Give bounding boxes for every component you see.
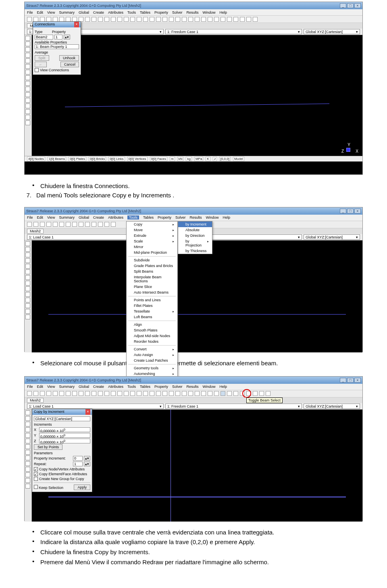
min-button[interactable]: _ [340,3,346,8]
freedom-combo[interactable]: 1: Freedom Case 1▾ [165,29,302,34]
toolbar-icon[interactable] [66,17,71,22]
canvas[interactable]: Copy Move Extrude Scale Mirror Mid-plane… [32,240,362,352]
dialog-titlebar[interactable]: Connections × [33,22,81,27]
menu-tables[interactable]: Tables [143,215,154,219]
menu-item[interactable]: Reorder Nodes [127,339,177,344]
toolbar-icon[interactable] [150,17,154,22]
toolbar-icon[interactable] [156,391,161,396]
tab-mesh2[interactable]: Mesh2 [27,398,44,403]
checkbox-icon[interactable]: ✓ [34,472,38,476]
checkbox-icon[interactable]: ✓ [34,467,38,471]
menu-window[interactable]: Window [203,385,216,389]
spin-icon[interactable]: ▴▾ [84,456,90,461]
toolbar-icon[interactable] [208,17,212,22]
menu-item[interactable]: Plane Slice [127,284,177,290]
side-icon[interactable] [25,286,30,291]
checkbox-icon[interactable] [34,485,38,489]
toolbar-icon[interactable] [46,391,51,396]
menu-item[interactable]: Loft Beams [127,314,177,320]
checkbox-icon[interactable] [35,68,39,72]
menu-property[interactable]: Property [154,385,168,389]
toolbar-icon[interactable] [40,222,45,227]
menu-solver[interactable]: Solver [172,385,183,389]
menu-create[interactable]: Create [93,215,104,219]
split-button[interactable]: Split [35,55,49,61]
menu-summary[interactable]: Summary [59,215,75,219]
menu-item[interactable]: Fillet Plates [127,303,177,308]
side-icon[interactable] [25,64,30,69]
menu-summary[interactable]: Summary [59,10,75,14]
side-icon[interactable] [25,416,30,421]
tools-dropdown[interactable]: Copy Move Extrude Scale Mirror Mid-plane… [126,221,178,390]
prop-input[interactable]: 1 [54,35,62,39]
toolbar-icon[interactable] [150,391,154,396]
toolbar-icon[interactable] [233,17,238,22]
menu-item[interactable]: Interpolate Beam Sections [127,274,177,284]
toolbar-icon[interactable] [143,391,148,396]
toolbar-icon[interactable] [72,222,77,227]
toolbar-icon[interactable] [27,222,32,227]
menu-item[interactable]: Smooth Plates [127,327,177,333]
side-icon[interactable] [25,298,30,302]
toolbar-icon[interactable] [53,222,58,227]
toolbar-beam-select-icon[interactable] [221,391,225,396]
menu-window[interactable]: Window [206,215,219,219]
side-icon[interactable] [25,109,30,114]
menu-results[interactable]: Results [190,215,202,219]
min-button[interactable]: _ [340,378,346,383]
canvas[interactable]: Y Z X Connections × TypeProperty Beam21▴… [32,35,362,156]
side-icon[interactable] [25,81,30,86]
toolbar-icon[interactable] [85,391,90,396]
toolbar-icon[interactable] [79,391,83,396]
canvas[interactable]: Copy by Increment × Global XYZ:[Cartesia… [32,410,362,522]
toolbar-icon[interactable] [195,17,200,22]
toolbar-icon[interactable] [98,17,103,22]
menubar[interactable]: File Edit View Summary Global Create Att… [25,9,362,16]
side-icon[interactable] [25,292,30,297]
toolbar-icon[interactable] [59,222,64,227]
menu-global[interactable]: Global [79,385,89,389]
beam-element[interactable] [48,497,346,497]
side-icon[interactable] [25,241,30,246]
toolbar-icon[interactable] [104,17,109,22]
toolbar-icon[interactable] [259,391,264,396]
toolbar-icon[interactable] [240,17,245,22]
menu-view[interactable]: View [47,385,55,389]
side-icon[interactable] [25,269,30,274]
x-input[interactable]: 0,000000 × 100 [39,427,90,432]
toolbar-icon[interactable] [208,391,212,396]
toolbar-icon[interactable] [266,391,270,396]
toolbar-icon[interactable] [233,391,238,396]
menu-tools[interactable]: Tools [127,215,139,219]
side-icon[interactable] [25,281,30,286]
menu-attributes[interactable]: Attributes [108,385,123,389]
beam-element[interactable] [48,314,346,315]
menu-file[interactable]: File [27,215,33,219]
coord-combo[interactable]: Global XYZ:[Cartesian]▾ [304,234,360,240]
side-icon[interactable] [25,303,30,308]
menu-tables[interactable]: Tables [140,10,150,14]
toolbar-icon[interactable] [33,391,38,396]
side-icon[interactable] [25,444,30,449]
side-toolbar[interactable] [25,240,32,352]
max-button[interactable]: □ [347,3,354,8]
toolbar-icon[interactable] [92,17,96,22]
side-icon[interactable] [25,478,30,483]
avail-list[interactable]: 1: Beam Property 1 [35,44,79,49]
side-icon[interactable] [25,410,30,415]
menu-property[interactable]: Property [154,10,168,14]
toolbar-icon[interactable] [124,391,129,396]
type-input[interactable]: Beam2 [35,35,53,39]
coord-combo[interactable]: Global XYZ:[Cartesian]▾ [304,404,360,409]
menu-global[interactable]: Global [79,215,89,219]
menu-file[interactable]: File [27,385,33,389]
side-icon[interactable] [25,92,30,97]
copy-by-increment-dialog[interactable]: Copy by Increment × Global XYZ:[Cartesia… [32,409,92,492]
side-icon[interactable] [25,461,30,466]
side-icon[interactable] [25,455,30,460]
max-button[interactable]: □ [347,209,354,213]
side-icon[interactable] [25,247,30,252]
toolbar-icon[interactable] [98,222,103,227]
menu-item[interactable]: Geometry tools [127,365,177,371]
cancel-button[interactable]: Cancel [60,62,79,67]
